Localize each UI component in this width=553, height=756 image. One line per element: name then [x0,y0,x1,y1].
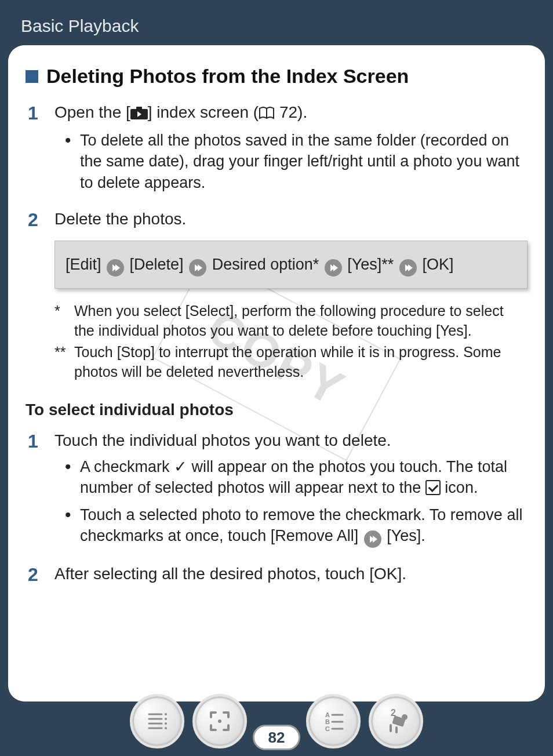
footnote-text: Touch [Stop] to interrupt the operation … [74,343,527,382]
svg-marker-5 [115,264,120,271]
step-number: 1 [26,101,54,203]
svg-point-18 [165,713,167,715]
section-title-row: Deleting Photos from the Index Screen [26,65,527,88]
step-row: 1 Open the [] index screen ( 72). To del… [26,101,527,203]
svg-marker-9 [333,264,338,271]
mode-button[interactable]: 2 [369,694,423,748]
bottom-nav: 82 A B C 2 [8,686,545,756]
svg-point-31 [402,714,408,720]
content-card: COPY Deleting Photos from the Index Scre… [8,45,545,702]
footnote-text: When you select [Select], perform the fo… [74,301,527,341]
step-body: Open the [] index screen ( 72). To delet… [54,101,527,203]
chapter-title: Basic Playback [21,16,139,35]
step-line: Touch the individual photos you want to … [54,430,527,452]
svg-point-22 [218,719,221,723]
index-button[interactable]: A B C [306,694,361,748]
photo-index-icon [130,103,148,125]
svg-text:B: B [325,718,330,725]
bullet-list: A checkmark ✓ will appear on the photos … [54,456,527,548]
path-segment: [OK] [422,256,453,273]
step-line: After selecting all the desired photos, … [54,563,527,585]
svg-point-20 [165,722,167,725]
checkmark-icon: ✓ [174,458,187,475]
step-line: Delete the photos. [54,208,527,230]
subheading: To select individual photos [26,401,527,419]
path-arrow-icon [364,530,381,548]
step-row: 1 Touch the individual photos you want t… [26,430,527,558]
path-arrow-icon [399,259,417,277]
bullet-item: A checkmark ✓ will appear on the photos … [68,456,527,499]
bullet-list: To delete all the photos saved in the sa… [54,130,527,193]
page-number-pill: 82 [253,725,300,750]
step-body: Touch the individual photos you want to … [54,430,527,558]
divider [8,692,545,693]
svg-rect-33 [395,726,398,733]
step-number: 1 [26,430,54,558]
step-row: 2 After selecting all the desired photos… [26,563,527,590]
svg-rect-1 [136,107,142,110]
section-title: Deleting Photos from the Index Screen [46,65,409,88]
path-segment: Desired option* [212,256,319,273]
path-segment: [Edit] [66,256,101,273]
section-bullet-icon [26,70,38,83]
footnote: ** Touch [Stop] to interrupt the operati… [54,343,527,382]
step-row: 2 Delete the photos. [Edit] [Delete] Des… [26,208,527,396]
checkbox-icon [425,480,441,495]
path-arrow-icon [107,259,124,277]
svg-point-19 [165,718,167,720]
path-segment: [Yes]** [347,256,394,273]
page-root: Basic Playback COPY Deleting Photos from… [0,0,553,756]
path-arrow-icon [189,259,206,277]
footnote: * When you select [Select], perform the … [54,301,527,341]
footnote-mark: ** [54,343,74,382]
manual-ref-icon [259,103,275,125]
fullscreen-button[interactable] [192,694,247,748]
path-arrow-icon [325,259,342,277]
footnotes: * When you select [Select], perform the … [54,301,527,382]
svg-marker-11 [408,264,413,271]
svg-point-21 [165,727,167,729]
footnote-mark: * [54,301,74,341]
step-number: 2 [26,208,54,396]
path-segment: [Delete] [130,256,184,273]
page-number: 82 [268,729,285,747]
toc-button[interactable] [130,694,184,748]
menu-path-box: [Edit] [Delete] Desired option* [Yes]** … [54,241,527,289]
svg-marker-7 [198,264,202,271]
bullet-item: To delete all the photos saved in the sa… [68,130,527,193]
step-body: Delete the photos. [Edit] [Delete] Desir… [54,208,527,396]
svg-marker-13 [373,536,377,543]
step-body: After selecting all the desired photos, … [54,563,527,590]
svg-text:C: C [325,725,330,732]
svg-rect-32 [390,724,392,732]
bullet-item: Touch a selected photo to remove the che… [68,504,527,548]
step-line: Open the [] index screen ( 72). [54,101,527,125]
step-number: 2 [26,563,54,590]
chapter-header: Basic Playback [0,0,553,45]
svg-text:A: A [325,711,330,718]
